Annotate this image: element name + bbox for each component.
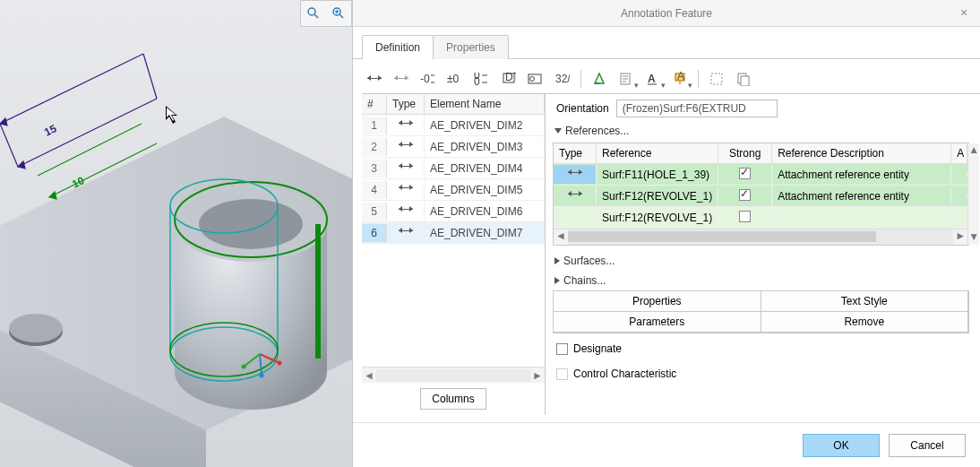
element-row[interactable]: 3AE_DRIVEN_DIM4 [362, 158, 545, 179]
svg-text:A: A [648, 73, 656, 85]
ref-col-type[interactable]: Type [554, 143, 597, 163]
svg-rect-60 [741, 76, 749, 86]
orientation-field[interactable]: (Frozen)Surf:F6(EXTRUD [616, 99, 778, 117]
zoom-toolbar [300, 0, 352, 27]
text-style-icon[interactable]: A▾ [642, 69, 664, 89]
svg-point-3 [9, 314, 63, 342]
annotation-feature-dialog: Annotation Feature × Definition Properti… [352, 0, 980, 467]
parameters-button[interactable]: Parameters [553, 311, 761, 333]
element-row[interactable]: 1AE_DRIVEN_DIM2 [362, 115, 545, 136]
svg-point-24 [278, 361, 282, 366]
col-num[interactable]: # [362, 94, 387, 114]
dim-icon [399, 183, 413, 194]
control-characteristic-label: Control Characteristic [573, 368, 676, 380]
section-references[interactable]: References... [553, 121, 969, 141]
svg-point-5 [199, 199, 303, 249]
svg-line-30 [340, 14, 343, 18]
reference-row[interactable]: Surf:F12(REVOLVE_1) Attachment reference… [554, 186, 967, 207]
element-table-header: # Type Element Name [362, 94, 545, 115]
annotate-toolbar: -0 ±0 00 DTM 32/ ▾ A▾ A▾ [353, 59, 980, 93]
dimension-value-15: 15 [42, 122, 58, 139]
orientation-label: Orientation [556, 102, 609, 115]
action-buttons-grid: Properties Text Style Parameters Remove [553, 290, 969, 333]
references-hscroll[interactable]: ◄► [554, 229, 967, 245]
strong-checkbox[interactable] [739, 189, 751, 201]
control-characteristic-checkbox [556, 368, 568, 380]
remove-button[interactable]: Remove [761, 311, 969, 333]
symbol-icon[interactable] [589, 69, 610, 89]
svg-marker-20 [49, 192, 56, 199]
section-chains[interactable]: Chains... [553, 271, 969, 290]
svg-text:32/: 32/ [555, 73, 570, 85]
tab-properties[interactable]: Properties [433, 35, 509, 59]
svg-text:0: 0 [474, 75, 480, 85]
dim-icon [399, 140, 413, 151]
dim-icon [399, 161, 413, 172]
svg-marker-16 [0, 118, 7, 125]
copy-icon[interactable] [733, 69, 754, 89]
tab-definition[interactable]: Definition [362, 35, 434, 60]
svg-line-12 [0, 54, 143, 124]
zoom-fit-icon[interactable] [304, 4, 323, 23]
svg-line-15 [143, 54, 157, 99]
element-row[interactable]: 5AE_DRIVEN_DIM6 [362, 201, 545, 222]
reference-row[interactable]: Surf:F12(REVOLVE_1) [554, 207, 967, 229]
section-surfaces[interactable]: Surfaces... [553, 251, 969, 271]
tol-plusminus-icon[interactable]: ±0 [444, 69, 466, 89]
element-row[interactable]: 2AE_DRIVEN_DIM3 [362, 136, 545, 158]
reference-row[interactable]: Surf:F11(HOLE_1_39) Attachment reference… [554, 164, 967, 186]
columns-button[interactable]: Columns [420, 388, 486, 410]
svg-point-46 [530, 77, 535, 82]
ref-col-strong[interactable]: Strong [718, 143, 772, 163]
svg-marker-17 [18, 161, 25, 169]
svg-point-25 [242, 365, 246, 369]
dim-linear-icon[interactable] [364, 69, 385, 89]
tol-limits-icon[interactable]: 00 [471, 69, 493, 89]
properties-button[interactable]: Properties [553, 290, 761, 312]
col-type[interactable]: Type [387, 94, 425, 114]
tol-minus-icon[interactable]: -0 [417, 69, 439, 89]
col-name[interactable]: Element Name [425, 94, 545, 114]
ref-col-desc[interactable]: Reference Description [772, 143, 951, 163]
svg-text:A: A [677, 72, 684, 82]
datum-target-icon[interactable]: DTM [498, 69, 520, 89]
note-icon[interactable]: ▾ [615, 69, 637, 89]
dim-icon [399, 118, 413, 129]
close-icon[interactable]: × [955, 4, 973, 22]
references-panel: Type Reference Strong Reference Descript… [553, 143, 969, 246]
dialog-titlebar: Annotation Feature × [353, 0, 980, 27]
svg-text:DTM: DTM [505, 72, 516, 83]
model-viewport[interactable]: 15 10 [0, 0, 352, 467]
dim-icon [568, 168, 582, 178]
element-hscroll[interactable]: ◄► [362, 367, 545, 383]
text-style-button[interactable]: Text Style [761, 290, 969, 312]
dialog-title: Annotation Feature [621, 7, 712, 20]
svg-line-14 [0, 124, 18, 167]
svg-line-28 [314, 14, 318, 18]
references-vscroll[interactable]: ▲▼ [967, 143, 979, 245]
zoom-in-icon[interactable] [329, 4, 348, 23]
ref-col-reference[interactable]: Reference [597, 143, 718, 163]
dim-icon [568, 189, 582, 200]
surface-finish-icon[interactable]: 32/ [552, 69, 573, 89]
svg-text:±0: ±0 [447, 73, 460, 85]
dim-icon [399, 204, 413, 215]
svg-text:-0: -0 [420, 73, 430, 85]
strong-checkbox[interactable] [739, 168, 751, 179]
select-region-icon[interactable] [706, 69, 727, 89]
dim-ref-icon[interactable] [391, 69, 412, 89]
strong-checkbox[interactable] [739, 211, 751, 222]
dialog-footer: OK Cancel [353, 422, 980, 467]
designate-checkbox[interactable] [556, 343, 568, 355]
gtol-icon[interactable] [525, 69, 546, 89]
element-row[interactable]: 6AE_DRIVEN_DIM7 [362, 222, 545, 244]
ref-col-a[interactable]: A [951, 143, 967, 163]
ok-button[interactable]: OK [803, 434, 880, 457]
tabstrip: Definition Properties [353, 27, 980, 59]
svg-rect-58 [711, 74, 722, 84]
element-row[interactable]: 4AE_DRIVEN_DIM5 [362, 179, 545, 201]
cancel-button[interactable]: Cancel [889, 434, 966, 457]
datum-feature-icon[interactable]: A▾ [669, 69, 691, 89]
svg-point-27 [308, 8, 315, 15]
svg-line-13 [18, 99, 157, 167]
